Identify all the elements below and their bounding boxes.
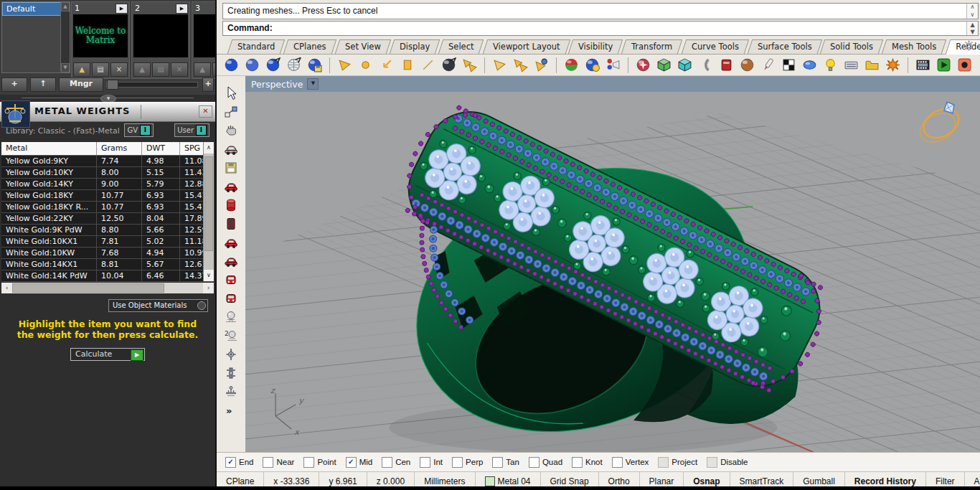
scroll-right-icon[interactable]: › xyxy=(203,283,214,293)
viewstate-slot-1[interactable]: 1▶Welcome to Matrix▲▤× xyxy=(71,1,130,79)
slot-thumbnail[interactable] xyxy=(194,14,215,57)
material-sphere-icon[interactable] xyxy=(564,57,579,72)
spinner-up-icon[interactable]: ▲ xyxy=(967,22,978,29)
red-chest-icon[interactable] xyxy=(719,57,734,72)
slot-thumbnail[interactable] xyxy=(133,14,188,57)
scroll-down-icon[interactable]: ∨ xyxy=(967,11,978,19)
osnap-near[interactable]: Near xyxy=(263,457,294,468)
checkbox-near[interactable] xyxy=(263,457,273,468)
viewport-menu-caret-icon[interactable]: ▼ xyxy=(307,78,319,90)
slot-thumbnail[interactable]: Welcome to Matrix xyxy=(73,14,128,57)
viewport-title-bar[interactable]: Perspective ▼ xyxy=(245,76,980,92)
save-button[interactable]: ▤ xyxy=(92,62,109,77)
panel-divider[interactable]: ▼ xyxy=(0,95,215,102)
render-blurred-icon[interactable] xyxy=(245,57,260,72)
hand-tool-icon[interactable] xyxy=(223,123,239,138)
slider-plus-button[interactable]: + xyxy=(202,77,214,92)
dropdown-toggle-icon[interactable] xyxy=(197,301,206,310)
light-target-icon[interactable] xyxy=(534,57,549,72)
light-sphere-icon[interactable] xyxy=(441,57,456,72)
two-gems-icon[interactable]: 2 xyxy=(223,329,239,343)
preset-scrollbar[interactable]: ▲ ▼ xyxy=(60,2,70,71)
linear-light-icon[interactable] xyxy=(420,57,435,72)
promote-button[interactable]: ▲ xyxy=(73,62,90,77)
checkbox-vertex[interactable] xyxy=(612,457,623,468)
checkbox-end[interactable]: ✓ xyxy=(225,457,236,468)
keyboard-icon[interactable] xyxy=(844,57,859,72)
command-spinner[interactable]: ▲▼ xyxy=(966,22,978,35)
sun-icon[interactable] xyxy=(885,57,900,72)
rail-builder-icon[interactable] xyxy=(223,385,239,399)
checkbox-point[interactable] xyxy=(303,457,314,468)
checkbox-cen[interactable] xyxy=(382,457,392,468)
spinner-down-icon[interactable]: ▼ xyxy=(967,29,978,36)
gear-icon[interactable] xyxy=(963,40,974,51)
more-tools-chevron[interactable]: » xyxy=(223,403,239,418)
checkbox-int[interactable] xyxy=(420,457,430,468)
table-vertical-scrollbar[interactable]: ∧ ∨ xyxy=(203,142,214,281)
point-light-icon[interactable] xyxy=(358,57,373,72)
history-scrollbar[interactable]: ∧∨ xyxy=(966,4,978,19)
save-model-icon[interactable] xyxy=(223,161,239,175)
scroll-left-icon[interactable]: ‹ xyxy=(1,283,12,293)
tab-standard[interactable]: Standard xyxy=(227,39,286,54)
select-cursor-icon[interactable] xyxy=(223,86,239,100)
delete-button[interactable]: × xyxy=(110,62,128,77)
viewstate-slot-2[interactable]: 2▶▲▤× xyxy=(131,1,190,79)
sports-car-icon[interactable] xyxy=(223,235,239,250)
use-object-materials-dropdown[interactable]: Use Object Materials xyxy=(108,299,208,312)
lightbulb-icon[interactable] xyxy=(823,57,838,72)
spotlight-icon[interactable] xyxy=(337,57,352,72)
paint-tube-icon[interactable] xyxy=(760,57,776,72)
scroll-down-icon[interactable]: ▼ xyxy=(61,63,70,72)
spotlight-pair-icon[interactable] xyxy=(462,57,477,72)
scroll-down-icon[interactable]: ∨ xyxy=(204,270,214,281)
car-front-icon[interactable] xyxy=(223,273,239,287)
3d-scene[interactable]: zyx xyxy=(245,92,980,452)
delete-button[interactable]: × xyxy=(171,62,188,77)
slot-flyout-icon[interactable]: ▶ xyxy=(176,4,188,14)
checkbox-perp[interactable] xyxy=(452,457,463,468)
command-input[interactable]: Command: ▲▼ xyxy=(222,21,979,36)
car-front-2-icon[interactable] xyxy=(223,291,239,306)
table-row[interactable]: Yellow Gold:14KY9.005.7912.88 xyxy=(1,179,214,190)
slider-handle[interactable] xyxy=(107,80,118,90)
osnap-mid[interactable]: ✓Mid xyxy=(346,457,373,468)
rectangular-light-icon[interactable] xyxy=(400,57,415,72)
checkbox-mid[interactable]: ✓ xyxy=(346,457,357,468)
column-header-grams[interactable]: Grams xyxy=(97,142,142,155)
table-row[interactable]: Yellow Gold:10KY8.005.1511.43 xyxy=(1,167,214,179)
preset-list[interactable]: Default ▲ ▼ xyxy=(1,1,70,73)
table-horizontal-scrollbar[interactable]: ‹ › xyxy=(1,283,214,293)
play-icon[interactable] xyxy=(936,57,951,72)
osnap-int[interactable]: Int xyxy=(420,457,443,468)
calculate-button[interactable]: Calculate ▶ xyxy=(70,348,145,361)
assign-material-icon[interactable] xyxy=(585,57,600,72)
preset-item-default[interactable]: Default xyxy=(2,2,70,16)
promote-button[interactable]: ▲ xyxy=(133,62,151,77)
close-icon[interactable]: ✕ xyxy=(199,105,212,118)
edit-light-icon[interactable] xyxy=(492,57,507,72)
osnap-perp[interactable]: Perp xyxy=(452,457,483,468)
material-points-icon[interactable] xyxy=(606,57,621,72)
move-scale-icon[interactable] xyxy=(223,105,239,119)
table-row[interactable]: Yellow Gold:18KY R...10.776.9315.41 xyxy=(1,202,214,213)
column-header-dwt[interactable]: DWT xyxy=(142,142,180,155)
tab-cplanes[interactable]: CPlanes xyxy=(283,39,336,54)
ground-plane-icon[interactable] xyxy=(698,57,713,72)
blue-ellipse-icon[interactable] xyxy=(802,57,817,72)
table-row[interactable]: White Gold:9K PdW8.805.6612.59 xyxy=(1,225,214,236)
tab-display[interactable]: Display xyxy=(389,39,440,54)
osnap-end[interactable]: ✓End xyxy=(225,457,253,468)
table-row[interactable]: White Gold:14K PdW10.046.4614.37 xyxy=(1,270,214,282)
osnap-quad[interactable]: Quad xyxy=(529,457,562,468)
user-toggle[interactable]: User I xyxy=(174,123,209,137)
folder-icon[interactable] xyxy=(864,57,880,72)
red-car-icon[interactable] xyxy=(223,179,239,194)
tab-curve-tools[interactable]: Curve Tools xyxy=(681,39,748,54)
up-button[interactable]: ↑ xyxy=(30,77,56,92)
tab-transform[interactable]: Transform xyxy=(621,39,683,54)
scroll-thumb[interactable] xyxy=(12,283,164,293)
directional-light-icon[interactable] xyxy=(379,57,394,72)
checkbox-project[interactable] xyxy=(658,457,669,468)
